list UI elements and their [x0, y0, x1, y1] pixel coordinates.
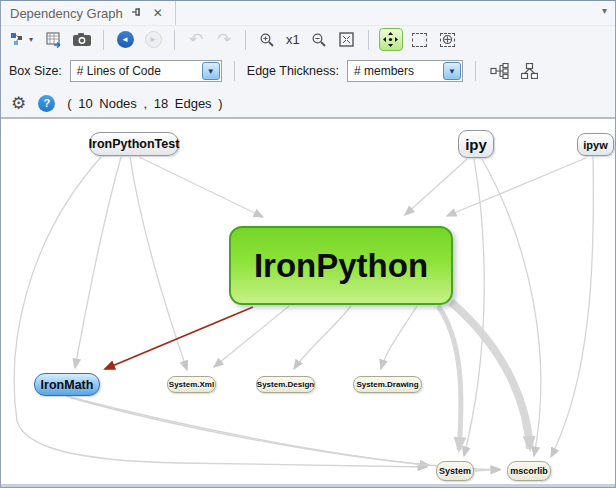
graph-node-ipy[interactable]: ipy: [458, 130, 494, 158]
tab-row: Dependency Graph ✕ ▾: [1, 1, 615, 25]
edge: [294, 306, 351, 369]
zoom-out-button[interactable]: [308, 29, 330, 51]
close-icon[interactable]: ✕: [151, 6, 165, 20]
layout-left-right-button[interactable]: [488, 60, 510, 82]
pan-tool-button[interactable]: [379, 28, 403, 51]
edge-thickness-select[interactable]: # members ▼: [347, 60, 463, 82]
gear-icon[interactable]: ⚙: [11, 95, 26, 112]
navigate-back-button[interactable]: ◄: [114, 29, 136, 51]
options-toolbar: Box Size: # Lines of Code ▼ Edge Thickne…: [1, 53, 615, 89]
separator: [475, 61, 476, 81]
pin-icon[interactable]: [130, 6, 144, 20]
fit-to-window-button[interactable]: [336, 29, 358, 51]
zoom-to-selection-button[interactable]: [437, 29, 459, 51]
navigate-forward-button[interactable]: ►: [142, 29, 164, 51]
dependency-graph-window: Dependency Graph ✕ ▾ ▾ ◄ ► ↶ ↷ x1: [0, 0, 616, 488]
chevron-down-icon[interactable]: ▼: [443, 62, 461, 80]
edge: [75, 157, 121, 368]
edge-ironpython-ironmath-highlighted: [105, 307, 253, 369]
help-icon[interactable]: ?: [38, 95, 55, 112]
zoom-in-button[interactable]: [256, 29, 278, 51]
graph-node-system[interactable]: System: [436, 461, 474, 481]
box-size-label: Box Size:: [9, 64, 62, 78]
window-menu-caret-icon[interactable]: ▾: [602, 5, 607, 16]
box-size-select[interactable]: # Lines of Code ▼: [70, 60, 222, 82]
camera-icon[interactable]: [71, 29, 93, 51]
graph-node-mscorlib[interactable]: mscorlib: [507, 461, 551, 481]
chevron-down-icon[interactable]: ▼: [202, 62, 220, 80]
layout-top-down-button[interactable]: [518, 60, 540, 82]
graph-node-system-xml[interactable]: System.Xml: [167, 376, 216, 393]
graph-node-ironmath[interactable]: IronMath: [34, 373, 100, 396]
status-bar: ⚙ ? ( 10 Nodes , 18 Edges ): [1, 89, 615, 119]
edge-thickness-value: # members: [348, 64, 443, 78]
graph-node-ironpythontest[interactable]: IronPythonTest: [89, 132, 179, 156]
graph-layout-icon[interactable]: ▾: [7, 29, 37, 51]
edge: [214, 306, 289, 367]
redo-button[interactable]: ↷: [213, 29, 235, 51]
marquee-select-button[interactable]: [409, 29, 431, 51]
edge-thickness-label: Edge Thickness:: [247, 64, 339, 78]
zoom-level-label[interactable]: x1: [284, 32, 302, 47]
graph-node-ipyw[interactable]: ipyw: [577, 133, 614, 156]
graph-canvas[interactable]: IronPythonTest ipy ipyw IronPython IronM…: [1, 119, 615, 484]
graph-node-system-design[interactable]: System.Design: [256, 376, 315, 393]
edge: [66, 396, 429, 465]
undo-button[interactable]: ↶: [185, 29, 207, 51]
separator: [368, 30, 369, 50]
edge: [447, 158, 586, 216]
separator: [245, 30, 246, 50]
edge: [381, 306, 417, 369]
separator: [174, 30, 175, 50]
graph-node-system-drawing[interactable]: System.Drawing: [353, 376, 422, 393]
edge: [139, 157, 263, 217]
matrix-view-icon[interactable]: [43, 29, 65, 51]
window-bottom-edge: [1, 484, 615, 487]
separator: [103, 30, 104, 50]
edge: [551, 157, 593, 457]
edge: [464, 159, 484, 456]
layout-caret-icon: ▾: [29, 35, 33, 44]
box-size-value: # Lines of Code: [71, 64, 202, 78]
edge: [14, 157, 427, 467]
graph-node-ironpython[interactable]: IronPython: [229, 226, 453, 305]
main-toolbar: ▾ ◄ ► ↶ ↷ x1: [1, 25, 615, 53]
edge-ironpython-system-thick: [438, 306, 461, 450]
graph-stats-label: ( 10 Nodes , 18 Edges ): [67, 96, 222, 111]
separator: [234, 61, 235, 81]
edge: [405, 159, 467, 215]
tab-title: Dependency Graph: [10, 6, 123, 21]
edge: [71, 398, 500, 470]
tab-dependency-graph[interactable]: Dependency Graph ✕: [1, 1, 176, 25]
edge: [482, 159, 541, 456]
